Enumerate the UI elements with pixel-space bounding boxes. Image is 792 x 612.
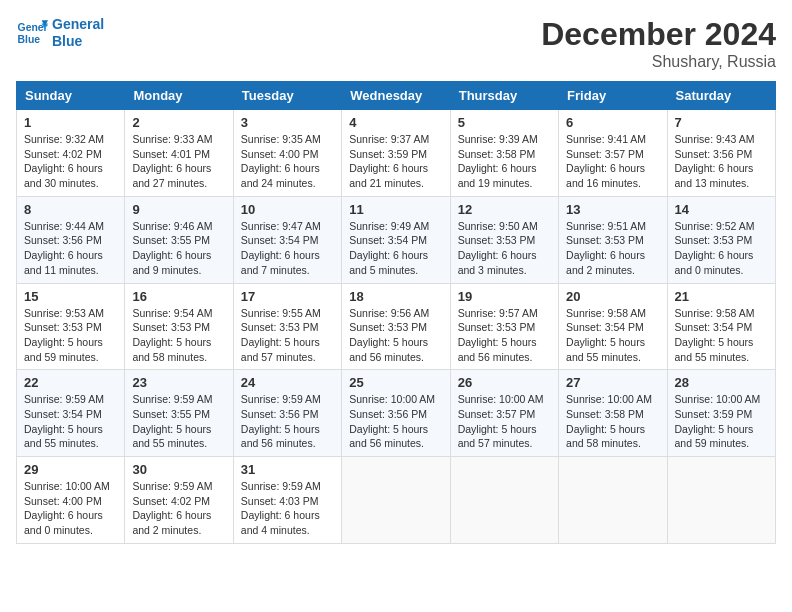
- day-number: 6: [566, 115, 659, 130]
- cell-details: Sunrise: 10:00 AMSunset: 3:58 PMDaylight…: [566, 392, 659, 451]
- calendar-week-row: 29Sunrise: 10:00 AMSunset: 4:00 PMDaylig…: [17, 457, 776, 544]
- calendar-week-row: 1Sunrise: 9:32 AMSunset: 4:02 PMDaylight…: [17, 110, 776, 197]
- day-number: 20: [566, 289, 659, 304]
- cell-details: Sunrise: 9:44 AMSunset: 3:56 PMDaylight:…: [24, 219, 117, 278]
- day-number: 26: [458, 375, 551, 390]
- day-number: 3: [241, 115, 334, 130]
- svg-text:Blue: Blue: [18, 33, 41, 44]
- day-of-week-header: Thursday: [450, 82, 558, 110]
- calendar-cell: 22Sunrise: 9:59 AMSunset: 3:54 PMDayligh…: [17, 370, 125, 457]
- cell-details: Sunrise: 9:59 AMSunset: 3:55 PMDaylight:…: [132, 392, 225, 451]
- day-number: 25: [349, 375, 442, 390]
- calendar-cell: 24Sunrise: 9:59 AMSunset: 3:56 PMDayligh…: [233, 370, 341, 457]
- day-number: 9: [132, 202, 225, 217]
- day-number: 23: [132, 375, 225, 390]
- calendar-cell: [559, 457, 667, 544]
- day-number: 15: [24, 289, 117, 304]
- calendar-cell: 8Sunrise: 9:44 AMSunset: 3:56 PMDaylight…: [17, 196, 125, 283]
- month-title: December 2024: [541, 16, 776, 53]
- cell-details: Sunrise: 9:49 AMSunset: 3:54 PMDaylight:…: [349, 219, 442, 278]
- day-number: 22: [24, 375, 117, 390]
- day-number: 14: [675, 202, 768, 217]
- calendar-cell: 30Sunrise: 9:59 AMSunset: 4:02 PMDayligh…: [125, 457, 233, 544]
- calendar-week-row: 15Sunrise: 9:53 AMSunset: 3:53 PMDayligh…: [17, 283, 776, 370]
- logo: General Blue General Blue: [16, 16, 104, 50]
- day-number: 30: [132, 462, 225, 477]
- logo-icon: General Blue: [16, 17, 48, 49]
- calendar-cell: 16Sunrise: 9:54 AMSunset: 3:53 PMDayligh…: [125, 283, 233, 370]
- day-of-week-header: Saturday: [667, 82, 775, 110]
- calendar-cell: 29Sunrise: 10:00 AMSunset: 4:00 PMDaylig…: [17, 457, 125, 544]
- day-number: 10: [241, 202, 334, 217]
- day-number: 17: [241, 289, 334, 304]
- calendar-cell: 6Sunrise: 9:41 AMSunset: 3:57 PMDaylight…: [559, 110, 667, 197]
- calendar-week-row: 8Sunrise: 9:44 AMSunset: 3:56 PMDaylight…: [17, 196, 776, 283]
- cell-details: Sunrise: 9:32 AMSunset: 4:02 PMDaylight:…: [24, 132, 117, 191]
- day-number: 29: [24, 462, 117, 477]
- cell-details: Sunrise: 9:57 AMSunset: 3:53 PMDaylight:…: [458, 306, 551, 365]
- calendar-cell: 20Sunrise: 9:58 AMSunset: 3:54 PMDayligh…: [559, 283, 667, 370]
- cell-details: Sunrise: 9:59 AMSunset: 3:54 PMDaylight:…: [24, 392, 117, 451]
- calendar-cell: 31Sunrise: 9:59 AMSunset: 4:03 PMDayligh…: [233, 457, 341, 544]
- cell-details: Sunrise: 9:47 AMSunset: 3:54 PMDaylight:…: [241, 219, 334, 278]
- calendar-cell: 17Sunrise: 9:55 AMSunset: 3:53 PMDayligh…: [233, 283, 341, 370]
- day-of-week-header: Tuesday: [233, 82, 341, 110]
- cell-details: Sunrise: 9:37 AMSunset: 3:59 PMDaylight:…: [349, 132, 442, 191]
- cell-details: Sunrise: 9:54 AMSunset: 3:53 PMDaylight:…: [132, 306, 225, 365]
- day-number: 12: [458, 202, 551, 217]
- calendar-cell: 12Sunrise: 9:50 AMSunset: 3:53 PMDayligh…: [450, 196, 558, 283]
- calendar-cell: 1Sunrise: 9:32 AMSunset: 4:02 PMDaylight…: [17, 110, 125, 197]
- calendar-cell: 9Sunrise: 9:46 AMSunset: 3:55 PMDaylight…: [125, 196, 233, 283]
- cell-details: Sunrise: 9:56 AMSunset: 3:53 PMDaylight:…: [349, 306, 442, 365]
- day-number: 31: [241, 462, 334, 477]
- calendar-cell: 13Sunrise: 9:51 AMSunset: 3:53 PMDayligh…: [559, 196, 667, 283]
- cell-details: Sunrise: 10:00 AMSunset: 3:59 PMDaylight…: [675, 392, 768, 451]
- calendar-cell: 7Sunrise: 9:43 AMSunset: 3:56 PMDaylight…: [667, 110, 775, 197]
- day-number: 28: [675, 375, 768, 390]
- page-header: General Blue General Blue December 2024 …: [16, 16, 776, 71]
- calendar-cell: 4Sunrise: 9:37 AMSunset: 3:59 PMDaylight…: [342, 110, 450, 197]
- calendar-cell: 18Sunrise: 9:56 AMSunset: 3:53 PMDayligh…: [342, 283, 450, 370]
- cell-details: Sunrise: 9:59 AMSunset: 3:56 PMDaylight:…: [241, 392, 334, 451]
- cell-details: Sunrise: 9:59 AMSunset: 4:02 PMDaylight:…: [132, 479, 225, 538]
- day-number: 8: [24, 202, 117, 217]
- day-number: 11: [349, 202, 442, 217]
- cell-details: Sunrise: 9:39 AMSunset: 3:58 PMDaylight:…: [458, 132, 551, 191]
- cell-details: Sunrise: 10:00 AMSunset: 3:56 PMDaylight…: [349, 392, 442, 451]
- day-of-week-header: Monday: [125, 82, 233, 110]
- calendar-table: SundayMondayTuesdayWednesdayThursdayFrid…: [16, 81, 776, 544]
- day-of-week-header: Sunday: [17, 82, 125, 110]
- calendar-cell: 5Sunrise: 9:39 AMSunset: 3:58 PMDaylight…: [450, 110, 558, 197]
- day-number: 13: [566, 202, 659, 217]
- calendar-header-row: SundayMondayTuesdayWednesdayThursdayFrid…: [17, 82, 776, 110]
- calendar-cell: 23Sunrise: 9:59 AMSunset: 3:55 PMDayligh…: [125, 370, 233, 457]
- cell-details: Sunrise: 9:53 AMSunset: 3:53 PMDaylight:…: [24, 306, 117, 365]
- calendar-cell: 2Sunrise: 9:33 AMSunset: 4:01 PMDaylight…: [125, 110, 233, 197]
- day-number: 27: [566, 375, 659, 390]
- day-of-week-header: Wednesday: [342, 82, 450, 110]
- calendar-cell: 14Sunrise: 9:52 AMSunset: 3:53 PMDayligh…: [667, 196, 775, 283]
- calendar-week-row: 22Sunrise: 9:59 AMSunset: 3:54 PMDayligh…: [17, 370, 776, 457]
- calendar-cell: 25Sunrise: 10:00 AMSunset: 3:56 PMDaylig…: [342, 370, 450, 457]
- cell-details: Sunrise: 10:00 AMSunset: 4:00 PMDaylight…: [24, 479, 117, 538]
- calendar-cell: 10Sunrise: 9:47 AMSunset: 3:54 PMDayligh…: [233, 196, 341, 283]
- day-number: 7: [675, 115, 768, 130]
- calendar-cell: 27Sunrise: 10:00 AMSunset: 3:58 PMDaylig…: [559, 370, 667, 457]
- day-number: 18: [349, 289, 442, 304]
- cell-details: Sunrise: 9:33 AMSunset: 4:01 PMDaylight:…: [132, 132, 225, 191]
- cell-details: Sunrise: 9:58 AMSunset: 3:54 PMDaylight:…: [675, 306, 768, 365]
- day-number: 1: [24, 115, 117, 130]
- day-number: 24: [241, 375, 334, 390]
- day-number: 4: [349, 115, 442, 130]
- cell-details: Sunrise: 9:35 AMSunset: 4:00 PMDaylight:…: [241, 132, 334, 191]
- cell-details: Sunrise: 9:50 AMSunset: 3:53 PMDaylight:…: [458, 219, 551, 278]
- calendar-cell: [450, 457, 558, 544]
- cell-details: Sunrise: 9:43 AMSunset: 3:56 PMDaylight:…: [675, 132, 768, 191]
- logo-text-line2: Blue: [52, 33, 104, 50]
- calendar-cell: [667, 457, 775, 544]
- calendar-cell: 15Sunrise: 9:53 AMSunset: 3:53 PMDayligh…: [17, 283, 125, 370]
- calendar-cell: [342, 457, 450, 544]
- logo-text-line1: General: [52, 16, 104, 33]
- day-number: 16: [132, 289, 225, 304]
- cell-details: Sunrise: 9:55 AMSunset: 3:53 PMDaylight:…: [241, 306, 334, 365]
